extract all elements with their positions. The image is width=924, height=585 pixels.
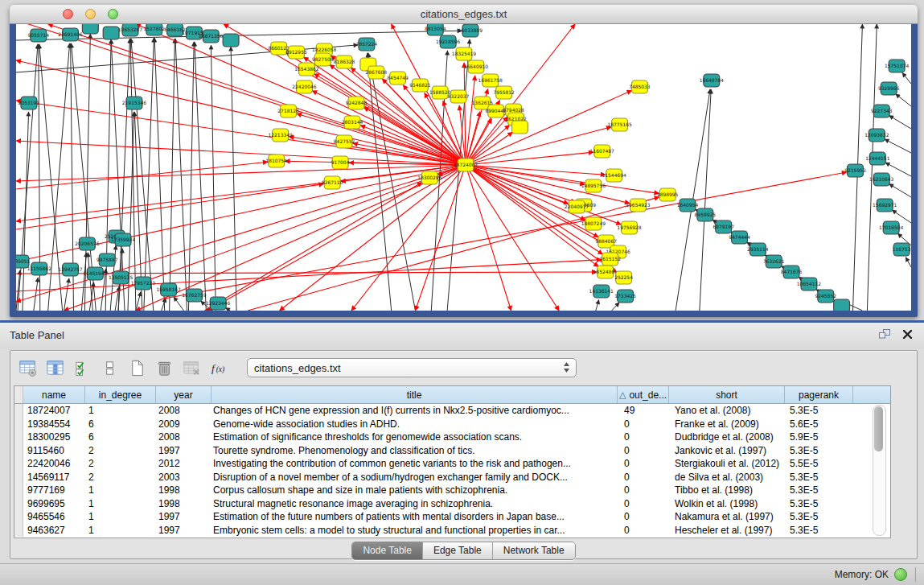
- table-cell-out_degree[interactable]: 0: [620, 524, 671, 538]
- table-cell-year[interactable]: 2008: [154, 404, 209, 418]
- tab-edge-table[interactable]: Edge Table: [422, 542, 492, 559]
- table-cell-name[interactable]: 18724007: [23, 404, 84, 418]
- network-node[interactable]: 9474444: [729, 231, 750, 244]
- table-cell-name[interactable]: 22420046: [23, 457, 84, 471]
- table-cell-in_degree[interactable]: 1: [84, 497, 154, 511]
- table-cell-pagerank[interactable]: 5.6E-5: [786, 418, 853, 431]
- table-row[interactable]: 946362711997Embryonic stem cells: a mode…: [14, 524, 890, 538]
- checkbox-list-icon[interactable]: [72, 357, 92, 378]
- table-cell-short[interactable]: Nakamura et al. (1997): [671, 510, 786, 524]
- column-header-in_degree[interactable]: in_degree: [85, 386, 156, 403]
- table-cell-title[interactable]: Investigating the contribution of common…: [209, 457, 620, 471]
- network-node[interactable]: 7955812: [493, 86, 515, 99]
- network-node[interactable]: 18775165: [607, 118, 631, 131]
- network-node[interactable]: 10653287: [118, 24, 142, 36]
- scrollbar-thumb[interactable]: [874, 406, 883, 451]
- network-node[interactable]: 9146821: [409, 79, 431, 92]
- network-node[interactable]: 18325419: [452, 47, 476, 60]
- table-cell-pagerank[interactable]: 5.9E-5: [786, 431, 853, 444]
- network-node[interactable]: 21915346: [122, 97, 146, 109]
- table-cell-out_degree[interactable]: 0: [620, 431, 671, 444]
- network-window-titlebar[interactable]: citations_edges.txt: [10, 5, 918, 24]
- network-node[interactable]: 2803144: [342, 116, 363, 129]
- table-cell-out_degree[interactable]: 0: [620, 510, 671, 524]
- network-graph[interactable]: 9055714236914061065328715276026466162107…: [16, 24, 911, 311]
- network-node[interactable]: [223, 34, 239, 47]
- table-cell-title[interactable]: Tourette syndrome. Phenomenology and cla…: [209, 444, 620, 458]
- column-header-short[interactable]: short: [669, 386, 785, 403]
- network-node[interactable]: 16961758: [478, 74, 503, 87]
- table-cell-name[interactable]: 9465546: [23, 510, 84, 524]
- table-row[interactable]: 977716911998Corpus callosum shape and si…: [14, 484, 890, 497]
- table-cell-in_degree[interactable]: 6: [84, 431, 154, 444]
- row-list-icon[interactable]: [99, 357, 120, 378]
- table-cell-name[interactable]: 18300295: [23, 431, 84, 444]
- network-node[interactable]: 7857224: [356, 38, 378, 51]
- table-cell-short[interactable]: Wolkin et al. (1998): [671, 497, 786, 511]
- function-builder-icon[interactable]: f(x): [208, 357, 229, 378]
- table-cell-pagerank[interactable]: 5.3E-5: [786, 497, 853, 511]
- network-node[interactable]: 17016504: [879, 221, 903, 234]
- network-node[interactable]: 11451947: [83, 267, 107, 280]
- table-cell-in_degree[interactable]: 2: [84, 471, 154, 484]
- table-cell-out_degree[interactable]: 0: [620, 444, 671, 458]
- network-node[interactable]: 8471676: [781, 266, 803, 278]
- table-cell-name[interactable]: 9699695: [23, 497, 84, 511]
- network-node[interactable]: 2053191: [18, 97, 40, 109]
- table-scrollbar[interactable]: [873, 405, 886, 536]
- network-node[interactable]: 19218596: [436, 35, 460, 48]
- table-cell-year[interactable]: 1997: [154, 524, 209, 538]
- table-row[interactable]: 1938455462009Genome-wide association stu…: [14, 418, 890, 431]
- table-cell-year[interactable]: 1998: [154, 484, 209, 497]
- network-node[interactable]: 8267110: [322, 176, 343, 189]
- column-header-year[interactable]: year: [156, 386, 211, 403]
- network-node[interactable]: 2867608: [366, 66, 388, 79]
- table-cell-pagerank[interactable]: 5.5E-5: [786, 457, 853, 471]
- network-node[interactable]: 6879197: [713, 220, 734, 233]
- table-cell-pagerank[interactable]: 5.3E-5: [786, 510, 853, 524]
- network-node[interactable]: 1527602: [144, 24, 166, 35]
- table-cell-pagerank[interactable]: 5.3E-5: [786, 524, 853, 538]
- column-header-pagerank[interactable]: pagerank: [785, 386, 853, 403]
- network-node[interactable]: 2718126: [277, 105, 299, 117]
- table-row[interactable]: 1456911722003Disruption of a novel membe…: [14, 471, 890, 484]
- table-cell-year[interactable]: 2012: [154, 457, 209, 471]
- network-node[interactable]: 8215953: [844, 164, 866, 177]
- table-cell-out_degree[interactable]: 0: [620, 457, 671, 471]
- table-cell-pagerank[interactable]: 5.3E-5: [786, 444, 853, 458]
- network-node[interactable]: 15692971: [873, 199, 897, 212]
- table-cell-in_degree[interactable]: 6: [84, 418, 154, 431]
- table-cell-pagerank[interactable]: 5.3E-5: [786, 471, 853, 484]
- table-cell-short[interactable]: Dudbridge et al. (2008): [671, 431, 786, 444]
- network-node[interactable]: 19756928: [617, 221, 641, 234]
- table-cell-year[interactable]: 2008: [154, 431, 209, 444]
- network-node[interactable]: 9242848: [346, 97, 368, 109]
- table-cell-out_degree[interactable]: 49: [620, 404, 671, 418]
- table-cell-short[interactable]: Jankovic et al. (1997): [671, 444, 786, 458]
- table-cell-title[interactable]: Estimation of the future numbers of pati…: [209, 510, 620, 524]
- trash-icon[interactable]: [154, 357, 175, 378]
- network-node[interactable]: 1733426: [614, 290, 636, 303]
- table-row[interactable]: 2242004622012Investigating the contribut…: [14, 457, 890, 471]
- network-node[interactable]: 7485033: [629, 80, 651, 93]
- table-cell-year[interactable]: 1998: [154, 497, 209, 511]
- network-node[interactable]: 1615152: [599, 253, 621, 266]
- table-cell-short[interactable]: Yano et al. (2008): [671, 404, 786, 418]
- network-node[interactable]: 14895756: [581, 179, 606, 192]
- network-node[interactable]: 10654112: [797, 278, 821, 290]
- table-cell-title[interactable]: Corpus callosum shape and size in male p…: [209, 484, 620, 497]
- network-node[interactable]: 9329966: [878, 82, 900, 95]
- network-node[interactable]: [103, 27, 119, 39]
- table-cell-year[interactable]: 1997: [154, 510, 209, 524]
- close-button[interactable]: [63, 9, 73, 19]
- table-cell-year[interactable]: 2003: [154, 471, 209, 484]
- table-cell-short[interactable]: Franke et al. (2009): [671, 418, 786, 431]
- table-settings-icon[interactable]: [17, 357, 38, 378]
- table-cell-pagerank[interactable]: 5.3E-5: [786, 404, 853, 418]
- table-row[interactable]: 911546021997Tourette syndrome. Phenomeno…: [14, 444, 890, 458]
- table-cell-title[interactable]: Disruption of a novel member of a sodium…: [209, 471, 620, 484]
- table-cell-out_degree[interactable]: 0: [620, 471, 671, 484]
- table-cell-name[interactable]: 9777169: [23, 484, 84, 497]
- network-node[interactable]: [82, 24, 98, 34]
- network-node[interactable]: 917004: [331, 156, 350, 169]
